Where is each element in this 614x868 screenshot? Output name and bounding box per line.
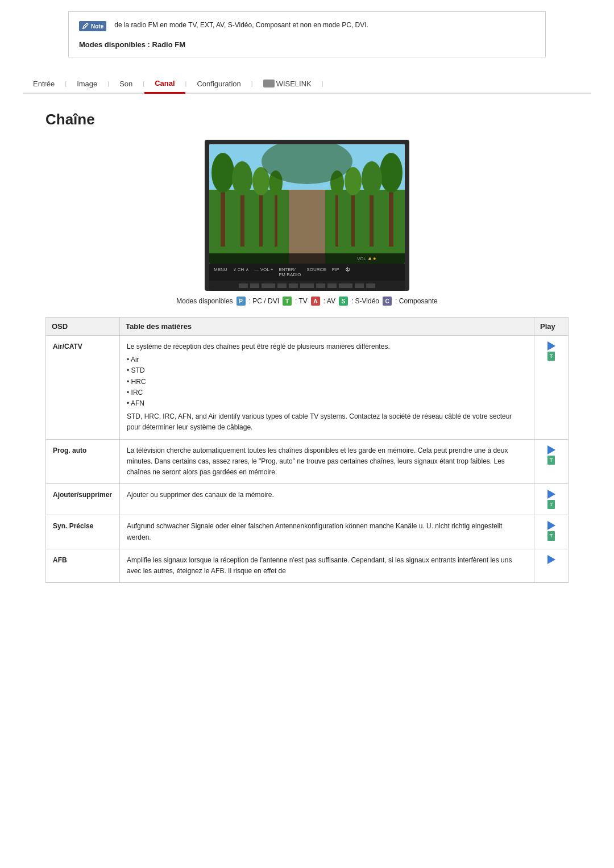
tv-btn-6: [300, 283, 314, 288]
svg-point-5: [211, 153, 234, 193]
bullet-air: Air: [127, 354, 527, 365]
tv-btn-3: [262, 283, 275, 288]
play-t-badge-3: T: [547, 500, 555, 509]
modes-composante-text: : Composante: [395, 297, 438, 305]
tv-btn-5: [289, 283, 298, 288]
tv-controls-text: MENU ∨ CH ∧ — VOL + ENTER/FM RADIO SOURC…: [214, 267, 350, 277]
play-t-badge-4: T: [547, 531, 555, 540]
modes-tv-text: : TV: [295, 297, 308, 305]
table-row: Air/CATV Le système de réception des cha…: [46, 336, 569, 440]
tv-display: ● ● VOL ▲ MENU ∨ CH ∧ — VOL + ENTER/FM R…: [205, 140, 409, 291]
bullet-std: STD: [127, 365, 527, 376]
nav-sep-6: |: [322, 80, 323, 87]
note-section: 🖊 Note de la radio FM en mode TV, EXT, A…: [68, 11, 546, 57]
tv-btn-8: [327, 283, 337, 288]
content-cell-syn: Aufgrund schwacher Signale oder einer fa…: [120, 515, 534, 549]
tv-btn-4: [277, 283, 287, 288]
svg-point-7: [232, 161, 252, 195]
aircatv-text: Le système de réception des chaînes peut…: [127, 343, 390, 350]
nav-item-image[interactable]: Image: [67, 75, 107, 93]
nav-item-wiselink[interactable]: WISELINK: [253, 75, 322, 93]
aircatv-bullets: Air STD HRC IRC AFN: [127, 354, 527, 409]
modes-av-text: : AV: [323, 297, 335, 305]
play-arrow-3: [547, 490, 555, 499]
badge-c: C: [383, 297, 392, 306]
badge-s: S: [339, 297, 348, 306]
nav-bar: Entrée | Image | Son | Canal | Configura…: [23, 74, 591, 94]
th-play: Play: [534, 318, 569, 336]
play-icon-progauto: T: [547, 445, 555, 465]
svg-point-15: [362, 161, 382, 195]
play-t-badge-2: T: [547, 456, 555, 465]
note-badge: 🖊 Note: [79, 21, 106, 31]
tv-btn-2: [250, 283, 259, 288]
play-icon-ajouter: T: [547, 490, 555, 509]
content-cell-afb: Amplifie les signaux lorsque la réceptio…: [120, 549, 534, 582]
badge-t: T: [283, 297, 292, 306]
tv-btn-9: [339, 283, 352, 288]
content-table: OSD Table des matières Play Air/CATV Le …: [45, 317, 569, 583]
play-icon-afb: [547, 555, 555, 564]
nav-item-canal[interactable]: Canal: [144, 74, 185, 94]
note-badge-label: Note: [91, 23, 103, 30]
wiselink-icon: [263, 80, 275, 87]
play-arrow: [547, 341, 555, 350]
nav-item-configuration[interactable]: Configuration: [186, 75, 251, 93]
play-arrow-2: [547, 445, 555, 454]
osd-cell-aircatv: Air/CATV: [46, 336, 120, 440]
svg-point-13: [380, 153, 403, 193]
badge-a: A: [311, 297, 320, 306]
modes-label: Modes disponibles : Radio FM: [79, 40, 535, 49]
play-cell-ajouter: T: [534, 484, 569, 515]
modes-svideo-text: : S-Vidéo: [351, 297, 379, 305]
main-content: Chaîne: [45, 111, 569, 583]
badge-p: P: [237, 297, 246, 306]
osd-cell-afb: AFB: [46, 549, 120, 582]
aircatv-extra: STD, HRC, IRC, AFN, and Air identify var…: [127, 412, 512, 431]
tv-btn-11: [366, 283, 375, 288]
bullet-hrc: HRC: [127, 377, 527, 387]
osd-cell-progauto: Prog. auto: [46, 439, 120, 484]
nav-item-wiselink-label: WISELINK: [276, 80, 312, 88]
table-row: AFB Amplifie les signaux lorsque la réce…: [46, 549, 569, 582]
play-cell-afb: [534, 549, 569, 582]
play-cell-syn: T: [534, 515, 569, 549]
modes-pc-dvi-text: : PC / DVI: [249, 297, 279, 305]
svg-text:VOL ▲: VOL ▲: [357, 256, 372, 261]
tv-btn-7: [316, 283, 325, 288]
note-icon: 🖊: [82, 22, 89, 30]
note-text: de la radio FM en mode TV, EXT, AV, S-Vi…: [114, 20, 368, 30]
osd-cell-syn: Syn. Précise: [46, 515, 120, 549]
tv-controls-bar: MENU ∨ CH ∧ — VOL + ENTER/FM RADIO SOURC…: [209, 264, 405, 281]
table-row: Ajouter/supprimer Ajouter ou supprimer d…: [46, 484, 569, 515]
table-row: Syn. Précise Aufgrund schwacher Signale …: [46, 515, 569, 549]
modes-disponibles-label: Modes disponibles: [176, 297, 233, 305]
play-cell-progauto: T: [534, 439, 569, 484]
nav-item-entree[interactable]: Entrée: [23, 75, 65, 93]
tv-buttons-row: [209, 281, 405, 291]
bullet-irc: IRC: [127, 387, 527, 398]
page-title: Chaîne: [45, 111, 569, 128]
play-icon-aircatv: T: [547, 341, 555, 361]
play-cell-aircatv: T: [534, 336, 569, 440]
th-osd: OSD: [46, 318, 120, 336]
tv-container: ● ● VOL ▲ MENU ∨ CH ∧ — VOL + ENTER/FM R…: [45, 140, 569, 291]
modes-disponibles-row: Modes disponibles P : PC / DVI T : TV A …: [45, 297, 569, 306]
content-cell-ajouter: Ajouter ou supprimer des canaux de la mé…: [120, 484, 534, 515]
play-t-badge: T: [547, 352, 555, 361]
tv-screen: ● ● VOL ▲: [209, 144, 405, 264]
content-cell-aircatv: Le système de réception des chaînes peut…: [120, 336, 534, 440]
tv-btn-10: [355, 283, 364, 288]
table-row: Prog. auto La télévision cherche automat…: [46, 439, 569, 484]
tv-btn-1: [239, 283, 248, 288]
bullet-afn: AFN: [127, 398, 527, 409]
play-arrow-5: [547, 555, 555, 564]
osd-cell-ajouter: Ajouter/supprimer: [46, 484, 120, 515]
play-arrow-4: [547, 521, 555, 530]
th-table: Table des matières: [120, 318, 534, 336]
content-cell-progauto: La télévision cherche automatiquement to…: [120, 439, 534, 484]
nav-item-son[interactable]: Son: [109, 75, 143, 93]
play-icon-syn: T: [547, 521, 555, 540]
